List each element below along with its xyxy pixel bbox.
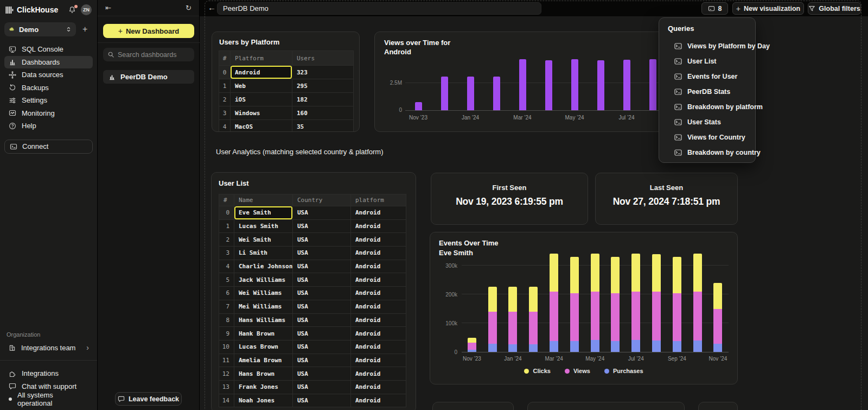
table-row[interactable]: 0Eve SmithUSAAndroid <box>219 206 406 219</box>
bar-segment-purchases[interactable] <box>550 341 558 352</box>
dashboard-list-item[interactable]: PeerDB Demo <box>103 70 194 84</box>
table-cell[interactable]: 1 <box>219 79 231 92</box>
notifications-bell-icon[interactable] <box>68 6 76 14</box>
bar[interactable] <box>597 60 604 110</box>
table-cell[interactable]: USA <box>293 367 351 380</box>
bar-segment-purchases[interactable] <box>693 340 702 352</box>
table-cell[interactable]: 14 <box>219 394 234 407</box>
table-cell[interactable]: USA <box>293 260 351 273</box>
table-cell[interactable]: Android <box>351 354 406 367</box>
bar-segment-views[interactable] <box>550 292 558 341</box>
table-cell[interactable]: USA <box>293 300 351 313</box>
table-cell[interactable]: 0 <box>219 206 234 219</box>
table-cell[interactable]: 323 <box>292 65 353 79</box>
table-cell[interactable]: Hans Brown <box>234 367 293 380</box>
stacked-bar[interactable] <box>631 254 640 352</box>
table-cell[interactable]: Android <box>351 273 406 286</box>
legend-item-purchases[interactable]: Purchases <box>604 368 643 374</box>
table-row[interactable]: 3Li SmithUSAAndroid <box>219 246 406 260</box>
table-cell[interactable]: Windows <box>231 106 292 119</box>
bar[interactable] <box>545 60 552 110</box>
table-cell[interactable]: 8 <box>219 313 234 327</box>
table-cell[interactable]: 6 <box>219 286 234 300</box>
table-cell[interactable]: USA <box>293 354 351 367</box>
table-row[interactable]: 7Mei WilliamsUSAAndroid <box>219 300 406 313</box>
bar-segment-views[interactable] <box>631 292 640 340</box>
bar[interactable] <box>493 77 500 110</box>
avatar[interactable]: ZN <box>81 4 92 15</box>
table-row[interactable]: 11Amelia BrownUSAAndroid <box>219 354 406 367</box>
sidebar-item-integrations-team[interactable]: Integrations team › <box>4 341 93 354</box>
table-cell[interactable]: Wei Williams <box>234 286 293 300</box>
query-item-user-list[interactable]: User List <box>659 54 755 69</box>
new-visualization-button[interactable]: + New visualization <box>732 2 804 15</box>
bar-segment-purchases[interactable] <box>508 344 517 352</box>
sidebar-item-sql-console[interactable]: SQL Console <box>4 43 93 56</box>
table-cell[interactable]: 7 <box>219 300 234 313</box>
table-cell[interactable]: Android <box>351 367 406 380</box>
table-row[interactable]: 2Wei SmithUSAAndroid <box>219 232 406 246</box>
table-cell[interactable]: Android <box>351 260 406 273</box>
new-dashboard-button[interactable]: + New Dashboard <box>103 24 194 38</box>
table-cell[interactable]: Hank Brown <box>234 326 293 340</box>
table-cell[interactable]: USA <box>293 340 351 354</box>
table-cell[interactable]: 11 <box>219 354 234 367</box>
bar-segment-purchases[interactable] <box>652 340 661 352</box>
sidebar-item-help[interactable]: Help <box>4 119 93 133</box>
table-cell[interactable]: Android <box>351 206 406 219</box>
bar[interactable] <box>623 60 630 110</box>
bar-segment-clicks[interactable] <box>713 283 722 309</box>
table-cell[interactable]: Android <box>351 313 406 327</box>
bar-segment-views[interactable] <box>591 292 599 340</box>
table-cell[interactable]: 4 <box>219 260 234 273</box>
table-cell[interactable]: Android <box>231 65 292 79</box>
global-filters-button[interactable]: Global filters <box>808 2 861 15</box>
search-input[interactable] <box>118 51 190 59</box>
table-cell[interactable]: 0 <box>219 65 231 79</box>
bar-segment-views[interactable] <box>611 293 620 341</box>
leave-feedback-button[interactable]: Leave feedback <box>115 392 182 406</box>
sidebar-item-dashboards[interactable]: Dashboards <box>4 56 93 69</box>
table-row[interactable]: 2iOS182 <box>219 92 353 106</box>
bar-segment-views[interactable] <box>570 293 579 341</box>
table-cell[interactable]: 182 <box>292 92 353 106</box>
table-row[interactable]: 1Lucas SmithUSAAndroid <box>219 219 406 233</box>
table-cell[interactable]: Hans Williams <box>234 313 293 327</box>
table-row[interactable]: 6Wei WilliamsUSAAndroid <box>219 286 406 300</box>
table-cell[interactable]: USA <box>293 394 351 407</box>
bar-segment-clicks[interactable] <box>570 257 579 293</box>
bar-segment-views[interactable] <box>508 312 517 344</box>
bar-segment-purchases[interactable] <box>611 341 620 352</box>
bar-segment-purchases[interactable] <box>468 350 476 352</box>
bar-segment-clicks[interactable] <box>673 257 681 293</box>
add-workspace-button[interactable]: + <box>82 25 87 34</box>
table-cell[interactable]: 3 <box>219 246 234 260</box>
bar-segment-purchases[interactable] <box>488 344 497 352</box>
stacked-bar[interactable] <box>652 254 661 352</box>
table-cell[interactable]: Web <box>231 79 292 92</box>
table-cell[interactable]: 10 <box>219 340 234 354</box>
table-cell[interactable]: 2 <box>219 92 231 106</box>
table-row[interactable]: 12Hans BrownUSAAndroid <box>219 367 406 380</box>
bar-segment-views[interactable] <box>652 292 661 340</box>
bar-segment-views[interactable] <box>713 309 722 344</box>
workspace-select[interactable]: Demo <box>4 22 76 36</box>
table-cell[interactable]: USA <box>293 232 351 246</box>
stacked-bar[interactable] <box>550 254 558 352</box>
bar[interactable] <box>649 59 656 110</box>
table-row[interactable]: 5Jack WilliamsUSAAndroid <box>219 273 406 286</box>
table-row[interactable]: 10Lucas BrownUSAAndroid <box>219 340 406 354</box>
table-cell[interactable]: Charlie Johnson <box>234 260 293 273</box>
query-item-breakdown-by-country[interactable]: Breakdown by country <box>659 145 755 160</box>
table-cell[interactable]: 9 <box>219 326 234 340</box>
table-row[interactable]: 9Hank BrownUSAAndroid <box>219 326 406 340</box>
bar-segment-purchases[interactable] <box>631 340 640 352</box>
table-cell[interactable]: iOS <box>231 92 292 106</box>
table-cell[interactable]: USA <box>293 286 351 300</box>
sidebar-item-monitoring[interactable]: Monitoring <box>4 107 93 120</box>
query-item-views-for-country[interactable]: Views for Country <box>659 130 755 145</box>
stacked-bar[interactable] <box>529 287 538 352</box>
bar-segment-clicks[interactable] <box>591 254 599 292</box>
stacked-bar[interactable] <box>468 338 476 352</box>
bar-segment-clicks[interactable] <box>652 254 661 292</box>
